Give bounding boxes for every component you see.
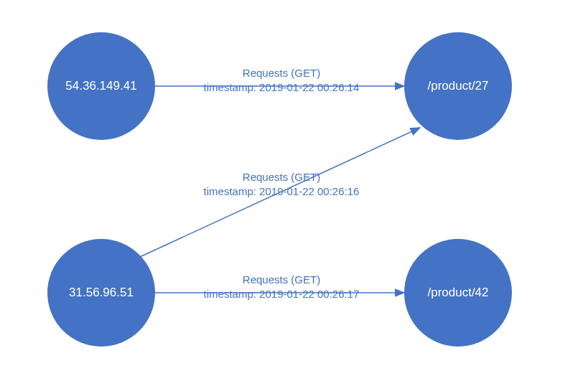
node-resource1: /product/27	[404, 32, 512, 140]
edge-e3-timestamp: timestamp: 2019-01-22 00:26:17	[202, 287, 360, 301]
edge-e3-action: Requests (GET)	[202, 273, 360, 287]
node-ip1: 54.36.149.41	[47, 32, 155, 140]
edge-e2-action: Requests (GET)	[202, 170, 360, 184]
node-resource2-label: /product/42	[427, 286, 488, 300]
node-ip2-label: 31.56.96.51	[69, 286, 134, 300]
node-resource2: /product/42	[404, 239, 512, 347]
node-ip1-label: 54.36.149.41	[65, 79, 136, 93]
edge-label-e3: Requests (GET) timestamp: 2019-01-22 00:…	[202, 273, 360, 302]
edge-label-e1: Requests (GET) timestamp: 2019-01-22 00:…	[202, 66, 360, 95]
edge-label-e2: Requests (GET) timestamp: 2019-01-22 00:…	[202, 170, 360, 199]
edge-e1-action: Requests (GET)	[202, 66, 360, 80]
node-resource1-label: /product/27	[427, 79, 488, 93]
edge-e1-timestamp: timestamp: 2019-01-22 00:26:14	[202, 80, 360, 95]
node-ip2: 31.56.96.51	[47, 239, 155, 347]
edge-e2-timestamp: timestamp: 2019-01-22 00:26:16	[202, 184, 360, 199]
